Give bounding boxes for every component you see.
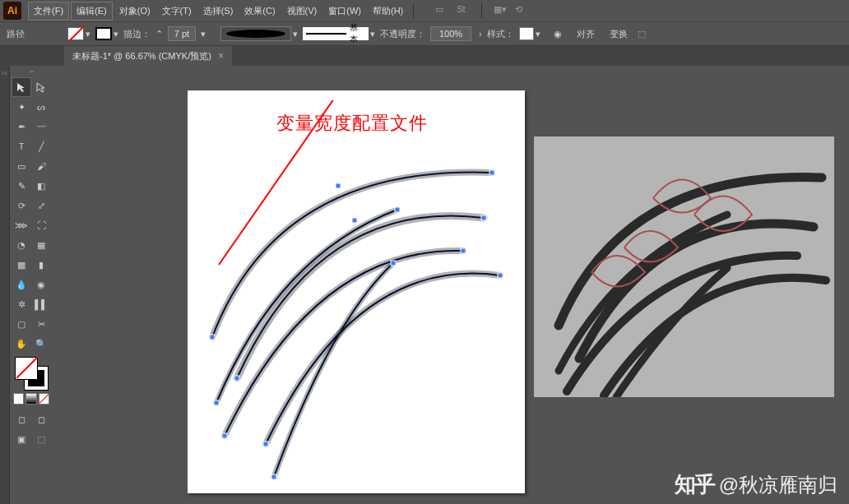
type-tool[interactable]: T	[12, 136, 31, 156]
brush-dropdown[interactable]: 基本▾	[303, 27, 375, 40]
svg-rect-2	[489, 170, 494, 175]
svg-rect-8	[498, 273, 503, 278]
lasso-tool[interactable]: ᔕ	[31, 97, 51, 117]
watermark-author: @秋凉雁南归	[719, 472, 837, 498]
draw-normal[interactable]: ◻	[12, 409, 31, 429]
hand-tool[interactable]: ✋	[12, 334, 31, 354]
touch-icon[interactable]: ▭	[435, 4, 448, 17]
selection-label: 路径	[7, 28, 25, 40]
eraser-tool[interactable]: ◧	[31, 176, 51, 196]
svg-point-0	[226, 30, 285, 38]
svg-rect-6	[461, 248, 466, 253]
eyedropper-tool[interactable]: 💧	[12, 275, 31, 294]
none-mode[interactable]	[39, 393, 49, 405]
svg-line-15	[219, 100, 349, 265]
fill-swatch[interactable]: ▾	[67, 27, 90, 40]
stroke-label: 描边：	[123, 28, 151, 40]
style-dropdown[interactable]: ▾	[519, 27, 540, 40]
screen-mode[interactable]: ▣	[12, 429, 31, 449]
svg-rect-3	[234, 376, 239, 381]
menu-view[interactable]: 视图(V)	[282, 2, 322, 20]
selection-tool[interactable]	[12, 77, 31, 97]
width-profile-dropdown[interactable]: ▾	[220, 26, 298, 41]
zoom-tool[interactable]: 🔍	[31, 334, 51, 354]
scale-tool[interactable]: ⤢	[31, 196, 51, 215]
recolor-icon[interactable]: ◉	[554, 29, 562, 39]
menu-edit[interactable]: 编辑(E)	[71, 2, 113, 21]
mesh-tool[interactable]: ▩	[12, 255, 31, 275]
svg-rect-11	[271, 474, 276, 479]
menu-bar: Ai 文件(F) 编辑(E) 对象(O) 文字(T) 选择(S) 效果(C) 视…	[0, 0, 849, 21]
tab-bar: 未标题-1* @ 66.67% (CMYK/预览) ×	[0, 46, 849, 66]
reference-image	[534, 136, 834, 397]
column-graph-tool[interactable]: ▌▌	[31, 294, 51, 314]
paintbrush-tool[interactable]: 🖌	[31, 156, 51, 176]
top-toolbar-icons: ▭ St ▦▾ ⟲	[435, 3, 528, 18]
blend-tool[interactable]: ◉	[31, 275, 51, 294]
menu-effect[interactable]: 效果(C)	[239, 2, 280, 20]
direct-selection-tool[interactable]	[31, 77, 51, 97]
svg-rect-1	[210, 335, 215, 340]
align-button[interactable]: 对齐	[577, 28, 595, 40]
rotate-tool[interactable]: ⟳	[12, 196, 31, 215]
menu-window[interactable]: 窗口(W)	[323, 2, 366, 20]
stroke-dropdown-icon[interactable]: ▾	[201, 29, 206, 39]
transform-button[interactable]: 变换	[610, 28, 628, 40]
stroke-weight-input[interactable]: 7 pt	[168, 26, 196, 41]
isolate-icon[interactable]: ⬚	[638, 29, 646, 39]
annotation-arrow	[211, 100, 392, 314]
screen-mode-2[interactable]: ⬚	[31, 429, 51, 449]
opacity-input[interactable]: 100%	[430, 26, 471, 41]
perspective-tool[interactable]: ▦	[31, 235, 51, 255]
svg-rect-5	[222, 433, 227, 438]
slice-tool[interactable]: ✂	[31, 314, 51, 334]
watermark: 知乎 @秋凉雁南归	[675, 470, 837, 499]
sync-icon[interactable]: ⟲	[515, 4, 528, 17]
symbol-sprayer-tool[interactable]: ✲	[12, 294, 31, 314]
curvature-tool[interactable]: 〰	[31, 117, 51, 136]
watermark-brand: 知乎	[675, 470, 714, 499]
document-tab[interactable]: 未标题-1* @ 66.67% (CMYK/预览) ×	[64, 46, 232, 66]
separator	[413, 3, 414, 18]
svg-rect-7	[263, 442, 268, 446]
style-label: 样式：	[487, 28, 514, 40]
arrange-icon[interactable]: ▦▾	[494, 4, 507, 17]
stroke-stepper-down[interactable]: ⌃	[155, 29, 163, 39]
opacity-label: 不透明度：	[380, 28, 425, 40]
svg-rect-10	[395, 207, 400, 212]
menu-object[interactable]: 对象(O)	[114, 2, 155, 20]
options-bar: 路径 ▾ ▾ 描边： ⌃ 7 pt ▾ ▾ 基本▾ 不透明度： 100% › 样…	[0, 21, 849, 46]
stroke-swatch[interactable]: ▾	[95, 27, 118, 40]
shape-builder-tool[interactable]: ◔	[12, 235, 31, 255]
svg-rect-4	[481, 215, 486, 220]
rectangle-tool[interactable]: ▭	[12, 156, 31, 176]
menu-select[interactable]: 选择(S)	[198, 2, 239, 20]
magic-wand-tool[interactable]: ✦	[12, 97, 31, 117]
panel-dock[interactable]: ‹‹	[0, 66, 10, 504]
draw-behind[interactable]: ◻	[31, 409, 51, 429]
free-transform-tool[interactable]: ⛶	[31, 215, 51, 235]
tools-panel: ┅ ✦ᔕ ✒〰 T╱ ▭🖌 ✎◧ ⟳⤢ ⋙⛶ ◔▦ ▩▮ 💧◉ ✲▌▌ ▢✂ ✋…	[10, 66, 53, 504]
opacity-dropdown-icon[interactable]: ›	[476, 29, 482, 39]
width-tool[interactable]: ⋙	[12, 215, 31, 235]
color-mode[interactable]	[13, 393, 24, 405]
tab-title: 未标题-1* @ 66.67% (CMYK/预览)	[72, 50, 211, 62]
svg-rect-9	[214, 400, 219, 405]
gradient-tool[interactable]: ▮	[31, 255, 51, 275]
menu-text[interactable]: 文字(T)	[157, 2, 197, 20]
separator	[481, 3, 482, 18]
menu-help[interactable]: 帮助(H)	[368, 2, 408, 20]
fill-stroke-swatch[interactable]	[15, 357, 48, 390]
tab-close-icon[interactable]: ×	[218, 50, 224, 62]
stock-icon[interactable]: St	[457, 4, 470, 17]
gradient-mode[interactable]	[26, 393, 36, 405]
line-tool[interactable]: ╱	[31, 136, 51, 156]
app-logo: Ai	[3, 2, 21, 20]
menu-file[interactable]: 文件(F)	[28, 2, 69, 21]
artboard-tool[interactable]: ▢	[12, 314, 31, 334]
canvas[interactable]: 变量宽度配置文件	[53, 66, 849, 504]
pen-tool[interactable]: ✒	[12, 117, 31, 136]
shaper-tool[interactable]: ✎	[12, 176, 31, 196]
